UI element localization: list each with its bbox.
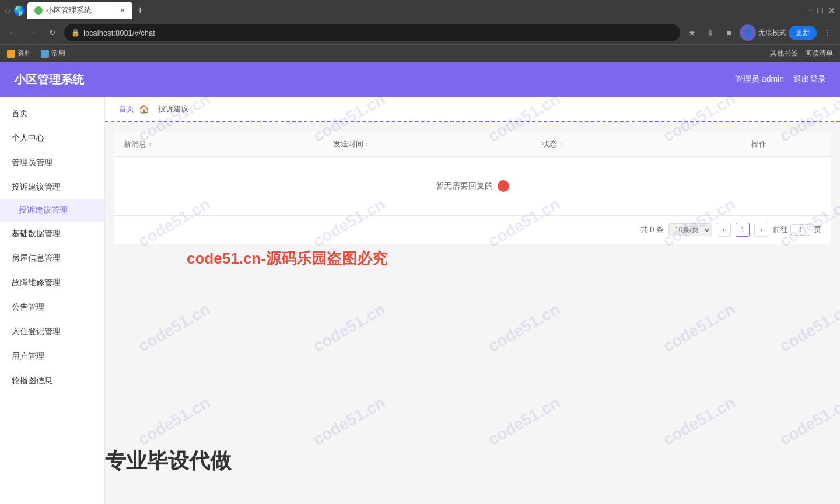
lock-icon: 🔒 [71, 29, 80, 37]
maximize-button[interactable]: □ [817, 5, 823, 16]
sort-icon-status[interactable]: ↕ [559, 141, 562, 148]
promo-text-2: 专业毕设代做 [105, 447, 231, 475]
col-action-label: 操作 [751, 139, 766, 149]
browser-back-icon: ○ [5, 5, 11, 17]
incognito-label: 无痕模式 [758, 28, 786, 38]
sidebar-banner-label: 轮播图信息 [12, 376, 52, 385]
sidebar-subitem-complaint[interactable]: 投诉建议管理 [0, 200, 104, 222]
sidebar-checkin-label: 入住登记管理 [12, 327, 61, 336]
extensions-button[interactable]: ■ [721, 24, 737, 41]
pagination-bar: 共 0 条 10条/页 20条/页 50条/页 ‹ 1 › 前往 页 [114, 215, 831, 244]
bookmark-right-items: 其他书签 阅读清单 [770, 48, 833, 58]
sidebar-item-checkin[interactable]: 入住登记管理 [0, 320, 104, 344]
sidebar-profile-label: 个人中心 [12, 133, 44, 142]
app-logo: 小区管理系统 [14, 72, 84, 88]
goto-suffix: 页 [814, 225, 821, 235]
col-header-message: 新消息 ↕ [124, 139, 333, 149]
sidebar-item-repair[interactable]: 故障维修管理 [0, 271, 104, 295]
col-time-label: 发送时间 [333, 139, 363, 149]
sidebar-item-complaint[interactable]: 投诉建议管理 [0, 175, 104, 200]
minimize-button[interactable]: − [807, 5, 813, 16]
sidebar-notice-label: 公告管理 [12, 302, 44, 312]
sidebar-admin-label: 管理员管理 [12, 158, 52, 167]
other-bookmarks-label: 其他书签 [770, 48, 798, 58]
refresh-button[interactable]: ↻ [44, 24, 61, 41]
admin-label: 管理员 admin [735, 74, 784, 85]
empty-indicator-dot [498, 180, 509, 192]
watermark-20: code51.cn [776, 393, 840, 449]
sidebar-subitem-complaint-label: 投诉建议管理 [19, 205, 68, 215]
header-right: 管理员 admin 退出登录 [735, 74, 826, 85]
page-total: 共 0 条 [640, 225, 664, 235]
watermark-19: code51.cn [660, 393, 738, 449]
sidebar-item-basic[interactable]: 基础数据管理 [0, 222, 104, 246]
sidebar-user-label: 用户管理 [12, 351, 44, 360]
current-page-number: 1 [736, 223, 750, 237]
sort-icon-message[interactable]: ↕ [149, 141, 152, 148]
goto-input[interactable] [790, 224, 811, 236]
prev-page-button[interactable]: ‹ [717, 223, 731, 237]
table-empty: 暂无需要回复的 [114, 157, 831, 215]
table-header: 新消息 ↕ 发送时间 ↕ 状态 ↕ 操作 [114, 132, 831, 157]
tab-favicon [34, 6, 43, 15]
bookmark-item-changyong[interactable]: 常用 [41, 48, 65, 58]
bookmark-star-button[interactable]: ★ [684, 24, 700, 41]
col-header-action: 操作 [751, 139, 821, 149]
bookmark-changyong-icon [41, 50, 49, 58]
sidebar-item-notice[interactable]: 公告管理 [0, 295, 104, 320]
sidebar-complaint-label: 投诉建议管理 [12, 182, 61, 191]
bookmark-folder-icon [7, 50, 15, 58]
sidebar-item-admin[interactable]: 管理员管理 [0, 150, 104, 175]
tab-close-button[interactable]: ✕ [120, 6, 125, 15]
page-goto: 前往 页 [773, 224, 821, 236]
browser-tab[interactable]: 小区管理系统 ✕ [27, 2, 132, 19]
promo-text-1: code51.cn-源码乐园盗图必究 [187, 249, 387, 269]
sidebar-item-house[interactable]: 房屋信息管理 [0, 246, 104, 271]
watermark-14: code51.cn [660, 300, 738, 356]
browser-nav: ← → ↻ 🔒 localhost:8081/#/chat ★ ⇓ ■ 👤 无痕… [0, 21, 840, 44]
browser-titlebar: ○ 🌎 小区管理系统 ✕ + − □ ✕ [0, 0, 840, 21]
reading-list-label: 阅读清单 [805, 48, 833, 58]
tab-title: 小区管理系统 [46, 5, 92, 16]
next-page-button[interactable]: › [754, 223, 768, 237]
watermark-17: code51.cn [310, 393, 388, 449]
sort-icon-time[interactable]: ↕ [366, 141, 369, 148]
watermark-11: code51.cn [135, 300, 214, 356]
col-header-status: 状态 ↕ [542, 139, 751, 149]
watermark-18: code51.cn [485, 393, 564, 449]
browser-globe-icon: 🌎 [13, 5, 25, 16]
watermark-16: code51.cn [135, 393, 214, 449]
address-bar[interactable]: 🔒 localhost:8081/#/chat [64, 24, 680, 41]
col-message-label: 新消息 [124, 139, 146, 149]
profile-icon-symbol: 👤 [744, 29, 752, 37]
other-bookmarks[interactable]: 其他书签 [770, 48, 798, 58]
sidebar-item-user[interactable]: 用户管理 [0, 344, 104, 369]
empty-message: 暂无需要回复的 [138, 180, 807, 192]
app-header: 小区管理系统 管理员 admin 退出登录 [0, 62, 840, 97]
forward-button[interactable]: → [24, 24, 41, 41]
browser-bookmarks: 资料 常用 其他书签 阅读清单 [0, 44, 840, 62]
bookmark-ziliao-label: 资料 [18, 48, 32, 58]
download-button[interactable]: ⇓ [702, 24, 719, 41]
sidebar-house-label: 房屋信息管理 [12, 253, 61, 262]
watermark-13: code51.cn [485, 300, 564, 356]
browser-actions: ★ ⇓ ■ 👤 无痕模式 更新 ⋮ [684, 24, 835, 41]
breadcrumb-home[interactable]: 首页 [119, 104, 134, 114]
watermark-15: code51.cn [776, 300, 840, 356]
back-button[interactable]: ← [5, 24, 21, 41]
sidebar-item-home[interactable]: 首页 [0, 102, 104, 126]
logout-button[interactable]: 退出登录 [793, 74, 826, 85]
menu-button[interactable]: ⋮ [819, 24, 835, 41]
table-area: 新消息 ↕ 发送时间 ↕ 状态 ↕ 操作 [114, 132, 831, 244]
promo-text-label-1: code51.cn-源码乐园盗图必究 [187, 250, 387, 267]
page-size-select[interactable]: 10条/页 20条/页 50条/页 [668, 223, 712, 236]
sidebar-item-profile[interactable]: 个人中心 [0, 126, 104, 150]
profile-button[interactable]: 👤 [740, 24, 756, 41]
update-button[interactable]: 更新 [789, 26, 817, 40]
col-header-time: 发送时间 ↕ [333, 139, 542, 149]
bookmark-item-ziliao[interactable]: 资料 [7, 48, 32, 58]
reading-list[interactable]: 阅读清单 [805, 48, 833, 58]
new-tab-button[interactable]: + [137, 5, 144, 17]
sidebar-item-banner[interactable]: 轮播图信息 [0, 369, 104, 393]
close-window-button[interactable]: ✕ [828, 5, 835, 16]
